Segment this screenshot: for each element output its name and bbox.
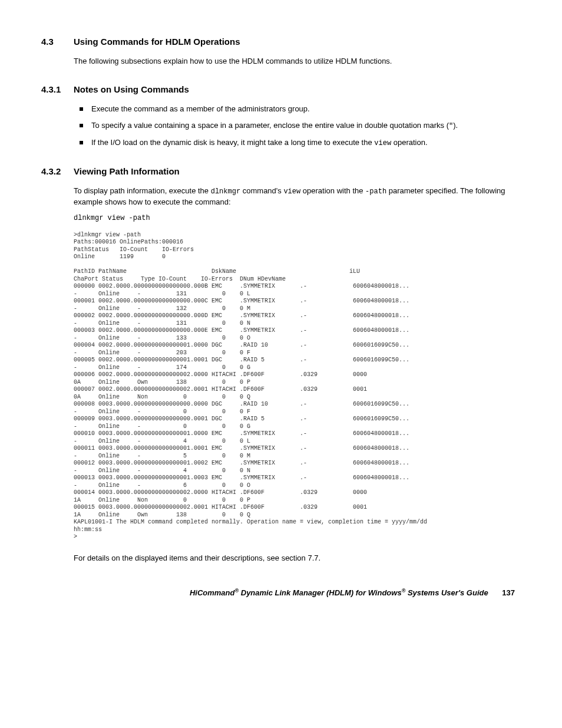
p1b: command's [240, 186, 283, 195]
heading-title: Notes on Using Commands [74, 83, 189, 95]
note-text-b: operation. [391, 138, 427, 147]
heading-4-3-1: 4.3.1 Notes on Using Commands [41, 83, 521, 95]
footer-title-a: HiCommand [190, 588, 235, 597]
para-1: To display path information, execute the… [74, 186, 521, 207]
list-item: If the I/O load on the dynamic disk is h… [74, 137, 521, 149]
note-text-a: To specify a value containing a space in… [91, 121, 449, 130]
section-4-3: 4.3 Using Commands for HDLM Operations T… [41, 35, 521, 67]
page-number: 137 [502, 588, 515, 597]
footer-title-c: Systems User's Guide [405, 588, 488, 597]
heading-4-3-2: 4.3.2 Viewing Path Information [41, 165, 521, 177]
heading-number: 4.3.1 [41, 83, 74, 95]
after-text: For details on the displayed items and t… [74, 553, 521, 564]
note-text: Execute the command as a member of the a… [91, 104, 310, 113]
code-path: -path [365, 187, 386, 196]
note-text-a: If the I/O load on the dynamic disk is h… [91, 138, 374, 147]
page-footer: HiCommand® Dynamic Link Manager (HDLM) f… [41, 587, 521, 599]
command-line: dlnkmgr view -path [74, 213, 521, 223]
p1c: operation with the [300, 186, 365, 195]
note-text-b: ). [453, 121, 458, 130]
footer-title-b: Dynamic Link Manager (HDLM) for Windows [239, 588, 402, 597]
p1a: To display path information, execute the [74, 186, 211, 195]
notes-list: Execute the command as a member of the a… [74, 104, 521, 149]
heading-title: Using Commands for HDLM Operations [74, 35, 240, 48]
intro-text: The following subsections explain how to… [74, 56, 521, 67]
list-item: Execute the command as a member of the a… [74, 104, 521, 114]
heading-title: Viewing Path Information [74, 165, 180, 177]
section-4-3-2: 4.3.2 Viewing Path Information To displa… [41, 165, 521, 564]
heading-number: 4.3 [41, 35, 74, 48]
list-item: To specify a value containing a space in… [74, 120, 521, 131]
heading-number: 4.3.2 [41, 165, 74, 177]
code-view: view [283, 187, 300, 196]
heading-4-3: 4.3 Using Commands for HDLM Operations [41, 35, 521, 48]
code-view: view [374, 139, 391, 147]
code-dlnkmgr: dlnkmgr [211, 187, 240, 196]
terminal-output: >dlnkmgr view -path Paths:000016 OnlineP… [74, 232, 521, 541]
section-4-3-1: 4.3.1 Notes on Using Commands Execute th… [41, 83, 521, 149]
